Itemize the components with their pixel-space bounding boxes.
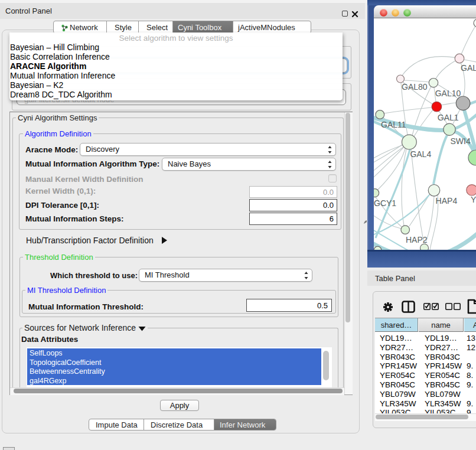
svg-text:SWI4: SWI4 [451, 136, 471, 146]
svg-text:GAL7: GAL7 [461, 63, 476, 73]
svg-text:HAP4: HAP4 [436, 196, 458, 206]
svg-text:GAL4: GAL4 [410, 149, 431, 159]
svg-text:GCY1: GCY1 [374, 198, 396, 208]
svg-text:GAL10: GAL10 [435, 89, 461, 98]
svg-text:GAL1: GAL1 [438, 113, 459, 122]
svg-text:HAP2: HAP2 [406, 235, 428, 244]
svg-text:Y: Y [471, 195, 476, 204]
svg-text:GAL11: GAL11 [381, 120, 406, 129]
svg-text:GAL80: GAL80 [402, 82, 428, 92]
